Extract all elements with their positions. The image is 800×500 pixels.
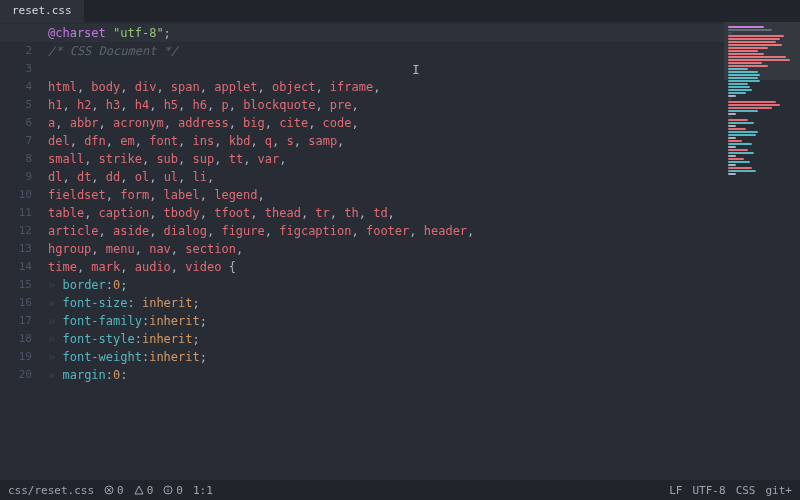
minimap-line xyxy=(728,83,748,85)
code-line: del, dfn, em, font, ins, kbd, q, s, samp… xyxy=(42,132,724,150)
minimap-line xyxy=(728,101,776,103)
minimap-line xyxy=(728,146,736,148)
line-number[interactable]: 19 xyxy=(0,348,42,366)
warning-icon xyxy=(134,485,144,495)
status-errors[interactable]: 0 xyxy=(104,484,124,497)
code-line: time, mark, audio, video { xyxy=(42,258,724,276)
status-encoding[interactable]: UTF-8 xyxy=(693,484,726,497)
minimap-line xyxy=(728,86,750,88)
code-line: hgroup, menu, nav, section, xyxy=(42,240,724,258)
code-line: » font-size: inherit; xyxy=(42,294,724,312)
minimap-line xyxy=(728,140,742,142)
minimap-line xyxy=(728,113,736,115)
minimap-line xyxy=(728,131,758,133)
minimap-line xyxy=(728,170,756,172)
line-number[interactable]: 12 xyxy=(0,222,42,240)
minimap-line xyxy=(728,110,758,112)
code-line: » margin:0: xyxy=(42,366,724,384)
line-number[interactable]: 9 xyxy=(0,168,42,186)
minimap-line xyxy=(728,152,754,154)
code-area[interactable]: I @charset "utf-8"; /* CSS Document */ h… xyxy=(42,22,724,480)
line-number[interactable]: 4 xyxy=(0,78,42,96)
code-line: » font-family:inherit; xyxy=(42,312,724,330)
line-number[interactable]: 11 xyxy=(0,204,42,222)
code-line: article, aside, dialog, figure, figcapti… xyxy=(42,222,724,240)
status-warnings[interactable]: 0 xyxy=(134,484,154,497)
status-filepath[interactable]: css/reset.css xyxy=(8,484,94,497)
minimap-line xyxy=(728,92,746,94)
file-tab[interactable]: reset.css xyxy=(0,0,84,22)
code-line: @charset "utf-8"; xyxy=(42,24,724,42)
minimap-line xyxy=(728,155,736,157)
line-number[interactable]: 15 xyxy=(0,276,42,294)
line-number[interactable]: 18 xyxy=(0,330,42,348)
status-cursor-position[interactable]: 1:1 xyxy=(193,484,213,497)
code-line: h1, h2, h3, h4, h5, h6, p, blockquote, p… xyxy=(42,96,724,114)
minimap-line xyxy=(728,143,752,145)
status-git[interactable]: git+ xyxy=(766,484,793,497)
minimap-line xyxy=(728,104,780,106)
minimap-line xyxy=(728,95,736,97)
tab-bar: reset.css xyxy=(0,0,800,22)
status-language[interactable]: CSS xyxy=(736,484,756,497)
line-number[interactable]: 17 xyxy=(0,312,42,330)
line-number[interactable]: 2 xyxy=(0,42,42,60)
minimap-line xyxy=(728,167,752,169)
minimap-line xyxy=(728,158,744,160)
minimap-line xyxy=(728,119,748,121)
minimap-line xyxy=(728,98,732,100)
code-line xyxy=(42,60,724,78)
minimap-line xyxy=(728,107,772,109)
status-info[interactable]: 0 xyxy=(163,484,183,497)
line-number[interactable]: 7 xyxy=(0,132,42,150)
line-number[interactable]: 5 xyxy=(0,96,42,114)
minimap-line xyxy=(728,137,736,139)
minimap-line xyxy=(728,128,746,130)
minimap-viewport[interactable] xyxy=(724,22,800,80)
line-number[interactable]: 3 xyxy=(0,60,42,78)
minimap-line xyxy=(728,116,732,118)
code-line: » border:0; xyxy=(42,276,724,294)
code-line: dl, dt, dd, ol, ul, li, xyxy=(42,168,724,186)
line-number[interactable]: 6 xyxy=(0,114,42,132)
code-line: small, strike, sub, sup, tt, var, xyxy=(42,150,724,168)
error-icon xyxy=(104,485,114,495)
info-icon xyxy=(163,485,173,495)
code-line: /* CSS Document */ xyxy=(42,42,724,60)
code-line: html, body, div, span, applet, object, i… xyxy=(42,78,724,96)
line-number[interactable]: 8 xyxy=(0,150,42,168)
tab-filename: reset.css xyxy=(12,4,72,17)
minimap-line xyxy=(728,149,748,151)
code-line: table, caption, tbody, tfoot, thead, tr,… xyxy=(42,204,724,222)
line-number[interactable]: 14 xyxy=(0,258,42,276)
svg-point-5 xyxy=(168,487,169,488)
minimap-line xyxy=(728,122,754,124)
line-number[interactable]: 13 xyxy=(0,240,42,258)
status-bar: css/reset.css 0 0 0 1:1 LF UTF-8 CSS git… xyxy=(0,480,800,500)
code-line: a, abbr, acronym, address, big, cite, co… xyxy=(42,114,724,132)
code-line: » font-style:inherit; xyxy=(42,330,724,348)
minimap-line xyxy=(728,80,760,82)
minimap-line xyxy=(728,89,752,91)
line-gutter[interactable]: 1234567891011121314151617181920 xyxy=(0,22,42,480)
minimap-line xyxy=(728,161,750,163)
minimap-line xyxy=(728,164,736,166)
status-eol[interactable]: LF xyxy=(669,484,682,497)
code-line: fieldset, form, label, legend, xyxy=(42,186,724,204)
line-number[interactable]: 16 xyxy=(0,294,42,312)
minimap-line xyxy=(728,173,736,175)
minimap[interactable] xyxy=(724,22,800,480)
minimap-line xyxy=(728,125,736,127)
line-number[interactable]: 10 xyxy=(0,186,42,204)
minimap-line xyxy=(728,134,756,136)
editor: 1234567891011121314151617181920 I @chars… xyxy=(0,22,800,480)
line-number[interactable]: 20 xyxy=(0,366,42,384)
code-line: » font-weight:inherit; xyxy=(42,348,724,366)
